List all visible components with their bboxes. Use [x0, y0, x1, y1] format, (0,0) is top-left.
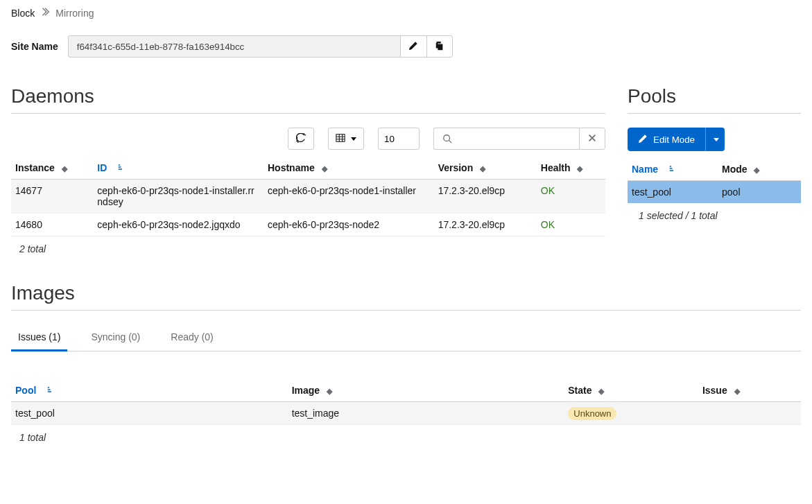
cell-hostname: ceph-ek6-0-pr23qs-node1-installer [264, 180, 434, 214]
edit-mode-dropdown[interactable] [705, 128, 725, 151]
cell-id: ceph-ek6-0-pr23qs-node1-installer.rrndse… [93, 180, 264, 214]
clear-search-button[interactable] [579, 128, 605, 150]
col-label: Name [632, 164, 658, 175]
breadcrumb-current: Mirroring [55, 8, 94, 19]
pools-table: Name Mode ◆ test_pool pool [628, 158, 801, 203]
cell-image: test_image [288, 402, 564, 425]
col-label: Health [541, 162, 571, 173]
edit-mode-button[interactable]: Edit Mode [628, 128, 705, 151]
site-name-input-group [68, 35, 453, 58]
daemons-total: 2 total [11, 236, 605, 254]
col-label: Pool [15, 385, 36, 396]
col-label: Image [292, 385, 320, 396]
sort-icon: ◆ [598, 387, 604, 396]
breadcrumb-root[interactable]: Block [11, 8, 35, 19]
cell-health: OK [537, 214, 605, 236]
search-icon [433, 128, 460, 150]
edit-mode-group: Edit Mode [628, 128, 801, 151]
status-badge: OK [541, 185, 555, 196]
tab-ready[interactable]: Ready (0) [164, 324, 220, 351]
images-panel: Images Issues (1) Syncing (0) Ready (0) … [11, 282, 801, 443]
sort-icon: ◆ [577, 164, 582, 173]
sort-icon: ◆ [327, 387, 332, 396]
tab-issues[interactable]: Issues (1) [11, 324, 67, 351]
copy-icon [435, 41, 444, 53]
col-mode[interactable]: Mode ◆ [718, 158, 801, 181]
cell-instance: 14680 [11, 214, 93, 236]
sort-asc-icon [114, 163, 122, 173]
pools-panel: Pools Edit Mode Name [628, 85, 801, 221]
sort-icon: ◆ [322, 164, 327, 173]
status-badge: OK [541, 219, 555, 230]
daemons-panel: Daemons [11, 85, 605, 254]
refresh-icon [296, 133, 306, 145]
cell-id: ceph-ek6-0-pr23qs-node2.jgqxdo [93, 214, 264, 236]
site-name-input[interactable] [68, 35, 401, 58]
table-icon [336, 133, 345, 145]
copy-site-name-button[interactable] [426, 35, 453, 58]
cell-health: OK [537, 180, 605, 214]
pencil-icon [638, 134, 648, 146]
col-id[interactable]: ID [93, 157, 264, 180]
chevron-right-icon [40, 7, 50, 19]
col-label: Mode [722, 164, 748, 175]
cell-version: 17.2.3-20.el9cp [434, 214, 537, 236]
col-state[interactable]: State ◆ [564, 379, 698, 402]
col-label: State [568, 385, 591, 396]
refresh-button[interactable] [288, 128, 314, 150]
col-image[interactable]: Image ◆ [288, 379, 564, 402]
status-badge: Unknown [568, 407, 616, 420]
cell-version: 17.2.3-20.el9cp [434, 180, 537, 214]
svg-point-1 [443, 135, 449, 141]
col-version[interactable]: Version ◆ [434, 157, 537, 180]
col-label: Issue [702, 385, 727, 396]
col-pool[interactable]: Pool [11, 379, 288, 402]
sort-icon: ◆ [754, 166, 759, 175]
col-name[interactable]: Name [628, 158, 718, 181]
images-total: 1 total [11, 425, 801, 443]
sort-asc-icon [665, 164, 673, 174]
pools-heading: Pools [628, 85, 801, 114]
sort-icon: ◆ [62, 164, 67, 173]
edit-site-name-button[interactable] [401, 35, 427, 58]
col-label: Hostname [268, 162, 315, 173]
svg-rect-0 [336, 134, 345, 141]
sort-asc-icon [43, 385, 51, 395]
images-table: Pool Image ◆ State ◆ Issue ◆ [11, 379, 801, 425]
table-row[interactable]: 14680 ceph-ek6-0-pr23qs-node2.jgqxdo cep… [11, 214, 605, 236]
images-header-row: Pool Image ◆ State ◆ Issue ◆ [11, 379, 801, 402]
breadcrumb: Block Mirroring [11, 7, 801, 19]
cell-state: Unknown [564, 402, 698, 425]
images-heading: Images [11, 282, 801, 311]
pools-footer: 1 selected / 1 total [628, 203, 801, 221]
close-icon [587, 133, 597, 145]
col-issue[interactable]: Issue ◆ [698, 379, 801, 402]
search-input[interactable] [460, 128, 579, 150]
col-label: Version [438, 162, 474, 173]
col-instance[interactable]: Instance ◆ [11, 157, 93, 180]
daemons-table: Instance ◆ ID Hostname ◆ Version [11, 157, 605, 236]
cell-pool: test_pool [11, 402, 288, 425]
site-name-label: Site Name [11, 41, 58, 52]
cell-mode: pool [718, 181, 801, 204]
tab-syncing[interactable]: Syncing (0) [84, 324, 147, 351]
search-group [433, 128, 605, 150]
table-row[interactable]: test_pool pool [628, 181, 801, 204]
cell-instance: 14677 [11, 180, 93, 214]
cell-hostname: ceph-ek6-0-pr23qs-node2 [264, 214, 434, 236]
cell-name: test_pool [628, 181, 718, 204]
col-hostname[interactable]: Hostname ◆ [264, 157, 434, 180]
pools-header-row: Name Mode ◆ [628, 158, 801, 181]
site-name-row: Site Name [11, 35, 801, 58]
col-health[interactable]: Health ◆ [537, 157, 605, 180]
pencil-icon [408, 41, 418, 53]
sort-icon: ◆ [480, 164, 485, 173]
table-row[interactable]: test_pool test_image Unknown [11, 402, 801, 425]
daemons-heading: Daemons [11, 85, 605, 114]
columns-button[interactable] [328, 128, 364, 150]
daemons-header-row: Instance ◆ ID Hostname ◆ Version [11, 157, 605, 180]
page-size-input[interactable] [378, 128, 420, 150]
table-row[interactable]: 14677 ceph-ek6-0-pr23qs-node1-installer.… [11, 180, 605, 214]
images-tabs: Issues (1) Syncing (0) Ready (0) [11, 324, 801, 351]
col-label: ID [97, 162, 107, 173]
